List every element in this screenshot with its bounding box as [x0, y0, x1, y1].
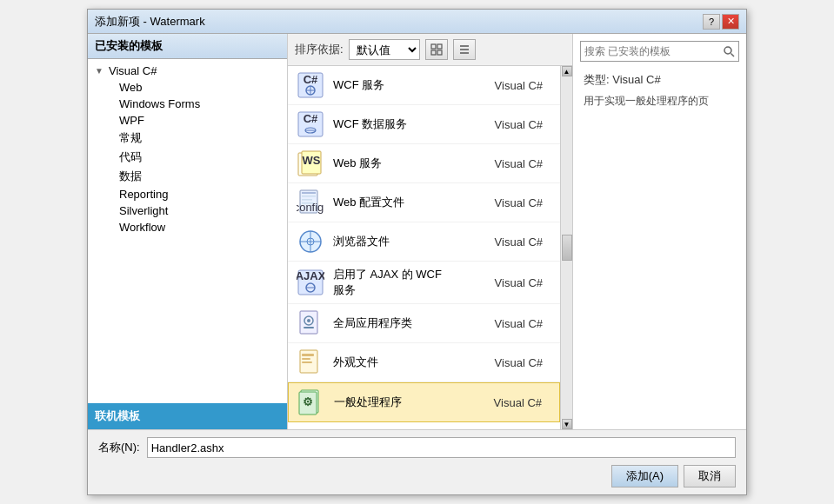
info-description: 用于实现一般处理程序的页 — [584, 93, 736, 109]
title-buttons: ? ✕ — [703, 14, 739, 30]
svg-rect-2 — [431, 50, 436, 55]
middle-panel: 排序依据: 默认值 名称 类型 修改日期 — [288, 34, 572, 429]
tree-item-data[interactable]: 数据 — [88, 167, 287, 186]
expand-icon: ▼ — [95, 66, 105, 76]
item-web-config[interactable]: config Web 配置文件 Visual C# — [288, 183, 560, 222]
svg-text:WS: WS — [303, 154, 321, 167]
view-list-button[interactable] — [453, 39, 476, 60]
web-service-icon: WS — [297, 149, 324, 177]
item-cat-web-service: Visual C# — [464, 157, 551, 170]
help-icon[interactable]: ? — [703, 14, 720, 30]
item-name-wcf-service: WCF 服务 — [333, 77, 456, 93]
item-skin-file[interactable]: 外观文件 Visual C# — [288, 343, 560, 382]
toolbar: 排序依据: 默认值 名称 类型 修改日期 — [288, 34, 572, 66]
tree-item-web[interactable]: Web — [88, 79, 287, 96]
cancel-button[interactable]: 取消 — [684, 465, 736, 487]
search-input[interactable] — [581, 45, 718, 57]
svg-text:AJAX: AJAX — [297, 269, 324, 282]
installed-templates-header: 已安装的模板 — [88, 34, 287, 59]
item-wcf-data-service[interactable]: C# WCF 数据服务 Visual C# — [288, 105, 560, 144]
svg-rect-38 — [302, 354, 314, 356]
item-name-browser-file: 浏览器文件 — [333, 234, 456, 249]
right-panel: 类型: Visual C# 用于实现一般处理程序的页 — [572, 34, 746, 429]
item-cat-web-config: Visual C# — [464, 196, 551, 209]
item-wcf-service[interactable]: C# WCF 服务 Visual C# — [288, 66, 560, 105]
close-button[interactable]: ✕ — [722, 14, 739, 30]
name-label: 名称(N): — [98, 440, 140, 455]
window-title: 添加新项 - Watermark — [95, 14, 205, 30]
item-browser-file[interactable]: 浏览器文件 Visual C# — [288, 222, 560, 262]
svg-rect-36 — [304, 327, 314, 328]
item-name-wcf-data-service: WCF 数据服务 — [333, 116, 456, 132]
bottom-buttons: 添加(A) 取消 — [98, 465, 736, 487]
item-name-global-app: 全局应用程序类 — [333, 315, 456, 331]
generic-handler-icon: ⚙ — [297, 388, 325, 416]
tree-item-silverlight[interactable]: Silverlight — [88, 202, 287, 219]
item-cat-browser-file: Visual C# — [464, 235, 551, 249]
add-new-item-dialog: 添加新项 - Watermark ? ✕ 已安装的模板 ▼ Visual C# … — [87, 9, 747, 495]
item-cat-wcf-data-service: Visual C# — [464, 118, 551, 131]
scroll-thumb[interactable] — [562, 235, 572, 261]
svg-line-50 — [731, 54, 734, 57]
search-area — [580, 41, 739, 62]
skin-file-icon — [297, 348, 324, 376]
item-generic-handler[interactable]: ⚙ 一般处理程序 Visual C# — [288, 382, 560, 422]
svg-text:config: config — [297, 201, 324, 214]
tree-item-visual-csharp[interactable]: ▼ Visual C# — [88, 63, 287, 79]
filename-input[interactable] — [147, 437, 736, 458]
search-button[interactable] — [718, 42, 738, 61]
item-name-ajax-wcf: 启用了 AJAX 的 WCF 服务 — [333, 267, 456, 298]
tree-item-reporting[interactable]: Reporting — [88, 186, 287, 202]
scroll-up-button[interactable]: ▲ — [562, 66, 572, 76]
wcf-data-service-icon: C# — [297, 110, 324, 138]
svg-text:⚙: ⚙ — [303, 395, 313, 408]
info-type-label: 类型: Visual C# — [584, 72, 736, 88]
items-list: C# WCF 服务 Visual C# — [288, 66, 560, 429]
sort-select[interactable]: 默认值 名称 类型 修改日期 — [349, 39, 420, 60]
add-button[interactable]: 添加(A) — [611, 465, 678, 487]
item-ajax-wcf[interactable]: AJAX 启用了 AJAX 的 WCF 服务 Visual C# — [288, 262, 560, 304]
tree-item-workflow[interactable]: Workflow — [88, 219, 287, 235]
wcf-service-icon: C# — [297, 71, 324, 99]
tree-item-normal[interactable]: 常规 — [88, 129, 287, 148]
item-name-web-service: Web 服务 — [333, 156, 456, 171]
svg-rect-0 — [431, 44, 436, 49]
view-grid-button[interactable] — [425, 39, 448, 60]
sort-label: 排序依据: — [295, 42, 344, 57]
scrollbar[interactable]: ▲ ▼ — [560, 66, 572, 429]
item-name-generic-handler: 一般处理程序 — [334, 395, 455, 410]
item-name-skin-file: 外观文件 — [333, 355, 456, 370]
svg-point-49 — [724, 47, 731, 54]
svg-rect-40 — [302, 361, 312, 363]
item-cat-generic-handler: Visual C# — [464, 396, 550, 409]
name-row: 名称(N): — [98, 437, 736, 458]
svg-text:C#: C# — [304, 112, 318, 125]
tree-item-wpf[interactable]: WPF — [88, 112, 287, 129]
scroll-down-button[interactable]: ▼ — [562, 419, 572, 429]
title-bar: 添加新项 - Watermark ? ✕ — [88, 10, 746, 34]
bottom-area: 名称(N): 添加(A) 取消 — [88, 429, 746, 494]
online-templates-section[interactable]: 联机模板 — [88, 403, 287, 429]
left-panel: 已安装的模板 ▼ Visual C# Web Windows Forms WPF… — [88, 34, 288, 429]
item-name-web-config: Web 配置文件 — [333, 195, 456, 210]
item-cat-global-app: Visual C# — [464, 317, 551, 330]
tree-item-code[interactable]: 代码 — [88, 148, 287, 167]
template-tree: ▼ Visual C# Web Windows Forms WPF 常规 代码 … — [88, 59, 287, 403]
svg-rect-1 — [437, 44, 442, 49]
svg-point-35 — [307, 319, 310, 322]
item-cat-wcf-service: Visual C# — [464, 79, 551, 92]
item-global-app[interactable]: 全局应用程序类 Visual C# — [288, 304, 560, 343]
svg-rect-21 — [302, 196, 316, 197]
web-config-icon: config — [297, 189, 324, 216]
tree-label-visual-csharp: Visual C# — [109, 64, 157, 77]
item-sitemap[interactable]: 站点地图 Visual C# — [288, 422, 560, 429]
svg-rect-39 — [302, 358, 310, 360]
tree-item-windows-forms[interactable]: Windows Forms — [88, 96, 287, 112]
item-web-service[interactable]: WS Web 服务 Visual C# — [288, 144, 560, 183]
svg-rect-3 — [437, 50, 442, 55]
info-section: 类型: Visual C# 用于实现一般处理程序的页 — [580, 65, 739, 116]
dialog-body: 已安装的模板 ▼ Visual C# Web Windows Forms WPF… — [88, 34, 746, 429]
global-app-icon — [297, 309, 324, 337]
svg-text:C#: C# — [304, 73, 318, 86]
item-cat-skin-file: Visual C# — [464, 356, 551, 369]
